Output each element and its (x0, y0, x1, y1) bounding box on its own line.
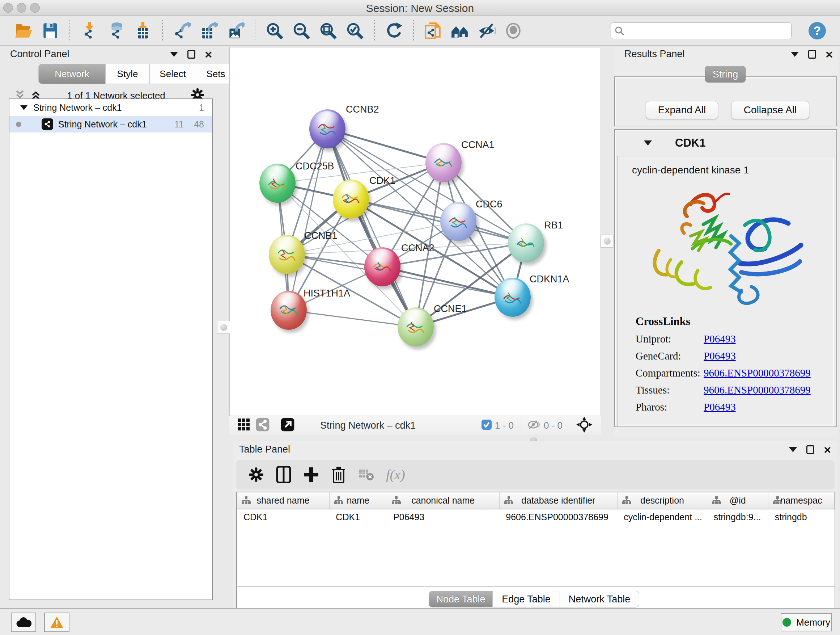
node-CCNA2[interactable] (364, 247, 401, 287)
search-input[interactable] (627, 25, 772, 36)
control-panel-menu-icon[interactable] (170, 52, 178, 57)
control-panel-float-icon[interactable] (187, 50, 195, 59)
column-header-shared-name[interactable]: shared name (237, 492, 329, 509)
edge-CCNE1-HIST1H1A[interactable] (289, 310, 416, 327)
network-row[interactable]: String Network – cdk1 11 48 (9, 116, 212, 133)
column-header-name[interactable]: name (329, 492, 387, 509)
export-image-button[interactable] (225, 20, 246, 41)
node-CCNA1[interactable] (425, 143, 462, 182)
cloud-status-button[interactable] (11, 613, 36, 632)
first-neighbors-button[interactable] (449, 20, 470, 41)
crosslink-link[interactable]: 9606.ENSP00000378699 (704, 367, 811, 379)
save-session-button[interactable] (40, 20, 61, 41)
import-table-icon (134, 22, 152, 40)
zoom-in-icon (265, 22, 284, 40)
crosslink-link[interactable]: P06493 (704, 401, 736, 413)
protein-thumbnail-icon (339, 190, 363, 210)
delete-table-icon[interactable] (355, 464, 377, 485)
delete-column-trash-icon[interactable] (328, 464, 349, 485)
left-splitter-toggle[interactable] (217, 321, 230, 334)
table-row[interactable]: CDK1CDK1P064939606.ENSP00000378699cyclin… (237, 509, 835, 525)
tab-edge-table[interactable]: Edge Table (493, 591, 560, 608)
column-header-canonical-name[interactable]: canonical name (387, 492, 499, 509)
control-panel-close-icon[interactable]: × (205, 50, 212, 59)
results-actions-box: Expand All Collapse All (614, 76, 837, 126)
zoom-fit-button[interactable] (317, 20, 339, 41)
help-button[interactable]: ? (807, 21, 827, 41)
edge-CCNA2-CDKN1A[interactable] (382, 267, 513, 297)
table-panel-float-icon[interactable] (806, 445, 814, 454)
column-header-namespac[interactable]: namespac (768, 492, 835, 509)
search-box[interactable] (611, 22, 791, 39)
hidden-eye-icon[interactable] (527, 419, 541, 432)
open-file-button[interactable] (13, 20, 34, 41)
node-CDK1[interactable] (333, 180, 369, 219)
collapse-all-button[interactable]: Collapse All (731, 101, 809, 119)
edge-count: 48 (194, 119, 204, 130)
tab-string[interactable]: String (705, 66, 745, 82)
table-settings-gear-icon[interactable] (246, 464, 267, 485)
crosslink-link[interactable]: 9606.ENSP00000378699 (704, 384, 811, 396)
column-header--id[interactable]: @id (707, 492, 768, 509)
section-collapse-caret-icon[interactable] (644, 141, 652, 146)
table-panel-close-icon[interactable]: × (824, 445, 831, 454)
tab-style[interactable]: Style (106, 64, 150, 84)
function-builder-fx-icon[interactable]: f(x) (386, 467, 405, 483)
crosslink-link[interactable]: P06493 (704, 350, 736, 362)
import-network-file-button[interactable] (79, 20, 100, 41)
column-header-database-identifier[interactable]: database identifier (499, 492, 617, 509)
node-CCNB1[interactable] (269, 235, 305, 274)
zoom-in-button[interactable] (264, 20, 285, 41)
tab-network-table[interactable]: Network Table (560, 591, 639, 608)
show-column-icon[interactable] (273, 464, 294, 485)
export-network-button[interactable] (172, 20, 193, 41)
expand-all-button[interactable]: Expand All (646, 101, 718, 119)
node-CDKN1A[interactable] (494, 278, 531, 317)
import-network-database-button[interactable] (106, 20, 126, 41)
results-panel-close-icon[interactable]: × (826, 50, 833, 59)
tree-expand-caret-icon[interactable] (20, 105, 27, 110)
results-panel-menu-icon[interactable] (791, 52, 799, 57)
network-collection-label: String Network – cdk1 (33, 103, 122, 113)
grid-view-icon[interactable] (237, 418, 250, 432)
node-CCNE1[interactable] (398, 307, 434, 347)
node-CDC6[interactable] (440, 202, 477, 241)
node-HIST1H1A[interactable] (271, 291, 307, 330)
table-cell: stringdb (768, 509, 835, 525)
hide-selected-button[interactable] (476, 20, 497, 41)
protein-thumbnail-icon (432, 154, 455, 173)
network-view-icon[interactable] (256, 417, 270, 433)
import-table-button[interactable] (133, 20, 153, 41)
create-column-plus-icon[interactable] (301, 464, 322, 485)
node-RB1[interactable] (508, 223, 544, 263)
node-CDC25B[interactable] (259, 164, 295, 203)
fit-selected-crosshair-icon[interactable] (576, 417, 592, 434)
network-collection-row[interactable]: String Network – cdk1 1 (9, 99, 212, 116)
clone-network-button[interactable] (423, 20, 444, 41)
warning-status-button[interactable] (44, 613, 69, 632)
zoom-selected-button[interactable] (344, 20, 365, 41)
results-panel-float-icon[interactable] (808, 50, 816, 59)
crosslink-link[interactable]: P06493 (704, 333, 736, 345)
tab-network[interactable]: Network (38, 64, 106, 84)
refresh-button[interactable] (384, 20, 404, 41)
table-panel-menu-icon[interactable] (789, 447, 797, 452)
node-label-CCNE1: CCNE1 (434, 303, 467, 315)
network-canvas[interactable]: CCNB2 CCNA1 CDC25B CDK1 CDC6 (229, 47, 600, 416)
export-table-button[interactable] (198, 20, 219, 41)
memory-button[interactable]: Memory (781, 613, 832, 631)
birdseye-view-icon[interactable] (280, 417, 295, 433)
column-header-description[interactable]: description (617, 492, 707, 509)
node-CCNB2[interactable] (309, 109, 346, 149)
zoom-out-button[interactable] (291, 20, 312, 41)
tab-node-table[interactable]: Node Table (429, 591, 493, 608)
protein-name: CDK1 (675, 136, 706, 149)
refresh-icon (385, 22, 403, 40)
selected-checkbox-icon[interactable] (481, 419, 492, 432)
crosslink-row: Pharos: P06493 (636, 401, 811, 413)
show-all-button[interactable] (503, 20, 524, 41)
protein-section-header[interactable]: CDK1 (615, 130, 836, 156)
tab-select[interactable]: Select (150, 64, 196, 84)
edge-CCNB2-HIST1H1A[interactable] (289, 129, 327, 310)
right-splitter-toggle[interactable] (600, 234, 614, 248)
